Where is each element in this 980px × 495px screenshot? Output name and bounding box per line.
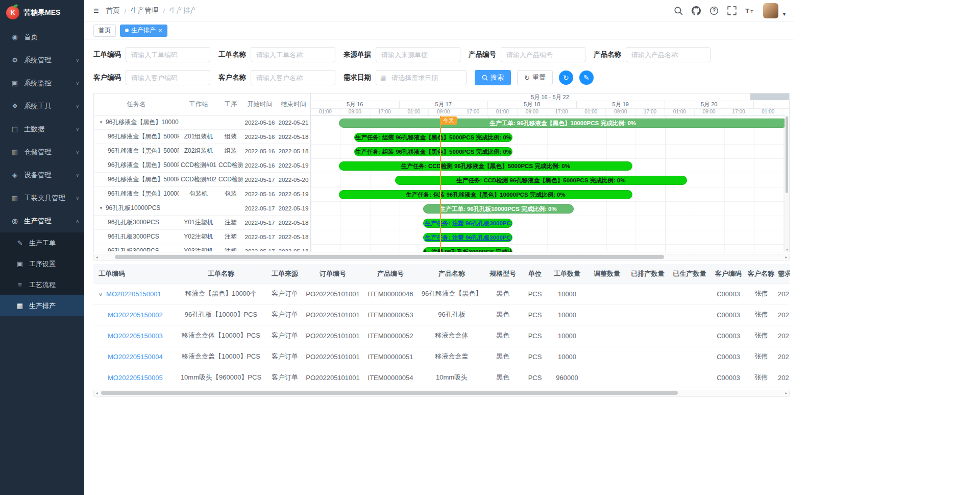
table-cell: 10000 — [547, 304, 587, 325]
table-cell: 202 — [776, 367, 790, 388]
gantt-task-row[interactable]: ▼96孔孔板10000PCS2022-05-172022-05-19 — [94, 201, 310, 216]
filter-label: 工单名称 — [218, 50, 246, 59]
close-icon[interactable]: × — [158, 27, 162, 34]
setting-icon: ▣ — [15, 260, 24, 268]
breadcrumb-item[interactable]: 首页 — [106, 6, 120, 15]
sidebar-item-equipment[interactable]: ◈设备管理∨ — [0, 163, 84, 186]
sidebar-item-process-setting[interactable]: ▣工序设置 — [0, 253, 84, 274]
edit-button[interactable]: ✎ — [579, 70, 594, 85]
chevron-down-icon[interactable]: ▼ — [99, 120, 103, 125]
gantt-bar[interactable]: 生产任务: CCD检测 96孔移液盒【黑色】5000PCS 完成比例: 0% — [395, 176, 687, 185]
gantt-task-row[interactable]: 96孔移液盒【黑色】5000PCSZ01组装机组装2022-05-162022-… — [94, 130, 310, 144]
filter-input-order-name[interactable] — [251, 47, 335, 62]
sidebar-item-master-data[interactable]: ▤主数据∨ — [0, 117, 84, 140]
chevron-up-icon: ∧ — [76, 219, 79, 224]
scroll-left-arrow-icon[interactable]: ◄ — [95, 254, 99, 260]
gantt-task-row[interactable]: 96孔孔板3000PCSY01注塑机注塑2022-05-172022-05-18 — [94, 216, 310, 230]
scrollbar-thumb[interactable] — [101, 391, 678, 395]
sidebar-item-work-order[interactable]: ✎生产工单 — [0, 232, 84, 253]
gantt-task-row[interactable]: 96孔移液盒【黑色】10000PCS包装机包装2022-05-162022-05… — [94, 187, 310, 201]
gantt-task-row[interactable]: 96孔移液盒【黑色】5000PCSZ02组装机组装2022-05-162022-… — [94, 144, 310, 158]
fullscreen-icon[interactable] — [727, 6, 737, 15]
filter-input-source-doc[interactable] — [376, 47, 460, 62]
gantt-bar[interactable]: 生产任务: 注塑 96孔孔板3000PCS 完成比例: 0% — [423, 233, 512, 242]
search-button[interactable]: 搜索 — [475, 70, 511, 85]
column-header: 产品编号 — [360, 264, 421, 284]
table-row[interactable]: MO20220515000296孔孔板【10000】PCS客户订单PO20220… — [93, 304, 790, 325]
order-code-link[interactable]: MO202205150002 — [108, 311, 163, 319]
filter-input-customer-code[interactable] — [126, 70, 210, 85]
sidebar-item-monitor[interactable]: ▣系统监控∨ — [0, 72, 84, 95]
order-code-link[interactable]: MO202205150003 — [108, 332, 163, 340]
order-code-link[interactable]: MO202205150005 — [108, 374, 163, 382]
avatar[interactable] — [763, 3, 778, 18]
breadcrumb-item[interactable]: 生产管理 — [131, 6, 158, 15]
gantt-bar[interactable]: 生产任务: CCD检测 96孔移液盒【黑色】5000PCS 完成比例: 0% — [339, 161, 632, 171]
gantt-task-row[interactable]: ▼96孔移液盒【黑色】10000PCS2022-05-162022-05-21 — [94, 115, 310, 130]
chevron-down-icon[interactable]: ∨ — [99, 291, 103, 297]
gantt-bar[interactable]: 生产工单: 96孔孔板10000PCS 完成比例: 0% — [423, 204, 574, 214]
sidebar-item-home[interactable]: ◉首页 — [0, 26, 84, 49]
tab-scheduling[interactable]: 生产排产× — [120, 25, 167, 37]
gantt-task-row[interactable]: 96孔移液盒【黑色】5000PCSCCD检测#02CCD检测2022-05-17… — [94, 173, 310, 187]
gantt-vertical-scrollbar[interactable]: ▼ — [785, 115, 789, 252]
list-icon: ≡ — [15, 281, 24, 289]
table-cell — [627, 304, 669, 325]
filter-input-customer-name[interactable] — [251, 70, 335, 85]
sidebar-item-scheduling[interactable]: ▦生产排产 — [0, 295, 84, 316]
github-icon[interactable] — [692, 6, 701, 15]
table-cell: 10000 — [547, 325, 587, 346]
scroll-left-arrow-icon[interactable]: ◄ — [95, 390, 99, 396]
sidebar-item-tools[interactable]: ❖系统工具∨ — [0, 95, 84, 117]
sidebar-item-process-flow[interactable]: ≡工艺流程 — [0, 274, 84, 295]
sidebar-item-fixture[interactable]: ▥工装夹具管理∨ — [0, 186, 84, 209]
order-code-link[interactable]: MO202205150004 — [108, 353, 163, 361]
gantt-header-corner — [750, 93, 789, 100]
table-row[interactable]: MO20220515000510mm吸头【960000】PCS客户订单PO202… — [93, 367, 790, 388]
order-code-link[interactable]: MO202205150001 — [106, 290, 161, 298]
scroll-right-arrow-icon[interactable]: ► — [785, 390, 788, 396]
scrollbar-thumb[interactable] — [115, 255, 664, 259]
filter-input-product-code[interactable] — [501, 47, 585, 62]
sidebar-item-label: 仓储管理 — [24, 148, 52, 157]
breadcrumb-item[interactable]: 生产排产 — [169, 6, 197, 15]
search-icon[interactable] — [674, 6, 683, 15]
filter-input-product-name[interactable] — [626, 47, 710, 62]
table-row[interactable]: MO202205150003移液盒盒体【10000】PCS客户订单PO20220… — [93, 325, 790, 346]
gantt-bar[interactable]: 生产任务: 组装 96孔移液盒【黑色】5000PCS 完成比例: 0% — [354, 147, 512, 156]
gantt-bar[interactable]: 生产任务: 组装 96孔移液盒【黑色】5000PCS 完成比例: 0% — [354, 133, 512, 142]
gantt-task-row[interactable]: 96孔孔板3000PCSY03注塑机注塑2022-05-172022-05-18 — [94, 244, 310, 251]
table-cell — [627, 325, 669, 346]
filter-input-demand-date[interactable] — [376, 70, 467, 85]
gantt-horizontal-scrollbar[interactable]: ◄ ► — [93, 254, 790, 261]
gantt-row-line — [311, 216, 789, 230]
gantt-bar[interactable]: 生产任务: 注塑 96孔孔板3000PCS 完成比例: 0% — [423, 247, 512, 252]
chevron-down-icon[interactable]: ▾ — [783, 11, 786, 17]
tab-home[interactable]: 首页 — [93, 25, 116, 37]
gantt-task-name: 96孔移液盒【黑色】5000PCS — [94, 147, 179, 155]
refresh-gantt-button[interactable]: ↻ — [559, 70, 573, 85]
app-logo[interactable]: K 苦糖果MES — [0, 0, 84, 26]
sidebar-item-warehouse[interactable]: ▦仓储管理∨ — [0, 140, 84, 163]
sidebar-item-system[interactable]: ⚙系统管理∨ — [0, 49, 84, 72]
scroll-down-arrow-icon[interactable]: ▼ — [785, 248, 789, 251]
gantt-task-row[interactable]: 96孔移液盒【黑色】5000PCSCCD检测#01CCD检测2022-05-16… — [94, 158, 310, 173]
chevron-down-icon[interactable]: ▼ — [99, 206, 103, 210]
sidebar-toggle-icon[interactable]: ≡ — [93, 6, 99, 16]
gantt-bar[interactable]: 生产任务: 注塑 96孔孔板3000PCS 完成比例: 0% — [423, 219, 512, 228]
font-size-icon[interactable]: TT — [745, 6, 754, 15]
gantt-task-row[interactable]: 96孔孔板3000PCSY02注塑机注塑2022-05-172022-05-18 — [94, 230, 310, 244]
reset-button[interactable]: ↻ 重置 — [517, 70, 553, 85]
sidebar-item-production[interactable]: ◎生产管理∧ — [0, 209, 84, 232]
scrollbar-thumb[interactable] — [786, 116, 788, 193]
scroll-right-arrow-icon[interactable]: ► — [785, 254, 788, 260]
gantt-bar[interactable]: 生产任务: 包装 96孔移液盒【黑色】10000PCS 完成比例: 0% — [339, 190, 632, 199]
table-row[interactable]: ∨MO202205150001移液盒【黑色】10000个客户订单PO202205… — [93, 284, 790, 304]
gantt-bar[interactable]: 生产工单: 96孔移液盒【黑色】10000PCS 完成比例: 0% — [339, 119, 787, 128]
column-header: 需求日期 — [776, 264, 790, 284]
filter-input-order-code[interactable] — [126, 47, 210, 62]
help-icon[interactable]: ? — [709, 6, 719, 15]
table-row[interactable]: MO202205150004移液盒盒盖【10000】PCS客户订单PO20220… — [93, 346, 790, 367]
table-horizontal-scrollbar[interactable]: ◄ ► — [93, 390, 790, 397]
filter-customer-code: 客户编码 — [93, 70, 210, 85]
